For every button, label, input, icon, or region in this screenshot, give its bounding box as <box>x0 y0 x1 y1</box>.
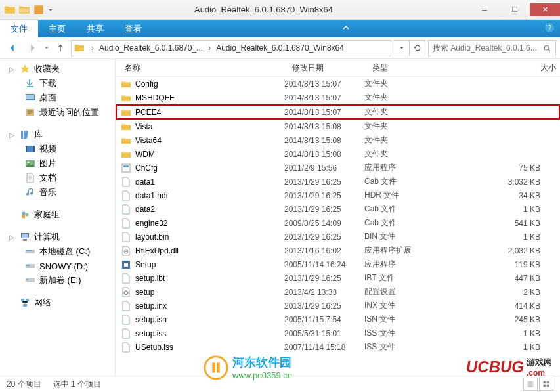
file-row[interactable]: PCEE42014/8/13 15:07文件夹 <box>116 104 560 120</box>
sidebar-item-pictures[interactable]: 图片 <box>0 156 115 171</box>
file-name: WDM <box>135 150 155 159</box>
file-size: 1 KB <box>440 205 560 214</box>
view-details-button[interactable] <box>523 378 538 391</box>
breadcrumb[interactable]: › Audio_Realtek_6.0.1.6870_... › Audio_R… <box>71 40 391 56</box>
file-row[interactable]: data12013/1/29 16:25Cab 文件3,032 KB <box>116 175 560 188</box>
svg-rect-7 <box>26 146 35 152</box>
file-date: 2013/1/16 16:02 <box>284 246 364 255</box>
sidebar-favorites[interactable]: ▷收藏夹 <box>0 62 115 76</box>
file-row[interactable]: Vista642014/8/13 15:08文件夹 <box>116 133 560 147</box>
file-row[interactable]: setup.isn2005/11/15 7:54ISN 文件245 KB <box>116 313 560 326</box>
sidebar-homegroup[interactable]: 家庭组 <box>0 207 115 222</box>
chevron-right-icon[interactable]: › <box>87 43 98 53</box>
breadcrumb-dropdown-button[interactable] <box>394 40 410 56</box>
svg-point-30 <box>125 251 127 252</box>
file-name: Setup <box>135 260 156 269</box>
sidebar-item-videos[interactable]: 视频 <box>0 142 115 156</box>
computer-icon <box>20 232 30 242</box>
file-row[interactable]: Config2014/8/13 15:07文件夹 <box>116 77 560 91</box>
tab-view[interactable]: 查看 <box>114 20 152 37</box>
refresh-button[interactable] <box>410 40 425 56</box>
svg-point-37 <box>205 357 227 379</box>
file-row[interactable]: setup2013/4/2 13:33配置设置2 KB <box>116 285 560 299</box>
file-row[interactable]: ChCfg2011/2/9 15:56应用程序75 KB <box>116 161 560 175</box>
sidebar-computer[interactable]: ▷计算机 <box>0 230 115 244</box>
search-input[interactable]: 搜索 Audio_Realtek_6.0.1.6... <box>428 40 556 56</box>
sidebar-item-drive-e[interactable]: 新加卷 (E:) <box>0 273 115 288</box>
sidebar-item-downloads[interactable]: 下载 <box>0 76 115 91</box>
file-size: 2 KB <box>440 288 560 297</box>
file-row[interactable]: MSHDQFE2014/8/13 15:07文件夹 <box>116 91 560 104</box>
watermark-hedong: 河东软件园 www.pc0359.cn <box>204 355 292 380</box>
tab-share[interactable]: 共享 <box>76 20 114 37</box>
file-type: IBT 文件 <box>364 272 440 284</box>
column-name[interactable]: 名称 <box>121 62 288 74</box>
homegroup-icon <box>20 209 30 220</box>
view-icons-button[interactable] <box>539 378 553 391</box>
column-date[interactable]: 修改日期 <box>288 62 368 74</box>
file-row[interactable]: data1.hdr2013/1/29 16:25HDR 文件34 KB <box>116 188 560 202</box>
file-row[interactable]: setup.inx2013/1/29 16:25INX 文件414 KB <box>116 299 560 313</box>
file-row[interactable]: Setup2005/11/14 16:24应用程序119 KB <box>116 257 560 271</box>
minimize-button[interactable]: ─ <box>469 3 500 16</box>
sidebar-item-drive-c[interactable]: 本地磁盘 (C:) <box>0 244 115 259</box>
dropdown-icon[interactable] <box>47 4 54 16</box>
file-row[interactable]: layout.bin2013/1/29 16:25BIN 文件1 KB <box>116 230 560 244</box>
file-name: layout.bin <box>135 232 169 242</box>
sidebar-item-desktop[interactable]: 桌面 <box>0 91 115 105</box>
up-button[interactable] <box>53 40 68 56</box>
file-type: 文件夹 <box>364 92 440 103</box>
sidebar-item-drive-d[interactable]: SNOWY (D:) <box>0 259 115 273</box>
file-name: Config <box>135 79 158 89</box>
forward-button[interactable] <box>24 39 41 56</box>
document-icon <box>25 173 35 183</box>
file-icon <box>121 342 131 353</box>
file-type: 文件夹 <box>364 135 440 146</box>
sidebar-libraries[interactable]: ▷库 <box>0 127 115 142</box>
file-row[interactable]: Vista2014/8/13 15:08文件夹 <box>116 120 560 133</box>
navigation-pane: ▷收藏夹 下载 桌面 最近访问的位置 ▷库 视频 图片 文档 音乐 家庭组 ▷计… <box>0 59 116 376</box>
file-type: 应用程序 <box>364 162 440 173</box>
maximize-button[interactable]: ☐ <box>500 3 530 16</box>
sidebar-network[interactable]: 网络 <box>0 295 115 310</box>
file-size: 2,032 KB <box>440 246 560 255</box>
sidebar-item-music[interactable]: 音乐 <box>0 185 115 200</box>
help-icon[interactable]: ? <box>544 22 555 35</box>
file-name: data1 <box>135 177 155 186</box>
sidebar-item-documents[interactable]: 文档 <box>0 171 115 185</box>
folder-icon <box>4 4 16 16</box>
breadcrumb-seg-2[interactable]: Audio_Realtek_6.0.1.6870_Win8x64 <box>215 43 345 53</box>
svg-rect-28 <box>123 165 129 167</box>
file-row[interactable]: USetup.iss2007/11/14 15:18ISS 文件1 KB <box>116 340 560 354</box>
file-size: 75 KB <box>440 163 560 173</box>
svg-rect-9 <box>33 146 35 152</box>
file-row[interactable]: engine322009/8/25 14:09Cab 文件541 KB <box>116 216 560 230</box>
column-size[interactable]: 大小 <box>444 62 560 74</box>
file-date: 2009/8/25 14:09 <box>284 219 364 228</box>
logo-icon <box>204 355 228 380</box>
file-date: 2014/8/13 15:07 <box>284 93 364 102</box>
close-button[interactable]: ✕ <box>530 3 560 16</box>
chevron-right-icon[interactable]: › <box>204 43 215 53</box>
file-size: 1 KB <box>440 329 560 338</box>
file-row[interactable]: setup.iss2005/5/31 15:01ISS 文件1 KB <box>116 326 560 340</box>
file-date: 2013/1/29 16:25 <box>284 177 364 186</box>
tab-file[interactable]: 文件 <box>0 20 38 37</box>
file-size: 34 KB <box>440 191 560 200</box>
file-row[interactable]: WDM2014/8/13 15:08文件夹 <box>116 147 560 161</box>
file-name: data1.hdr <box>135 191 169 200</box>
history-dropdown-icon[interactable] <box>43 45 50 51</box>
ribbon-expand-icon[interactable] <box>341 22 351 35</box>
back-button[interactable] <box>4 39 21 56</box>
breadcrumb-seg-1[interactable]: Audio_Realtek_6.0.1.6870_... <box>98 43 204 53</box>
file-row[interactable]: setup.ibt2013/1/29 16:25IBT 文件447 KB <box>116 271 560 285</box>
file-row[interactable]: RtlExUpd.dll2013/1/16 16:02应用程序扩展2,032 K… <box>116 244 560 257</box>
search-placeholder: 搜索 Audio_Realtek_6.0.1.6... <box>433 43 543 54</box>
svg-rect-17 <box>23 239 27 241</box>
sidebar-item-recent[interactable]: 最近访问的位置 <box>0 105 115 120</box>
column-type[interactable]: 类型 <box>368 62 444 74</box>
file-row[interactable]: data22013/1/29 16:25Cab 文件1 KB <box>116 202 560 216</box>
tab-home[interactable]: 主页 <box>38 20 76 37</box>
file-date: 2013/1/29 16:25 <box>284 274 364 283</box>
file-size: 245 KB <box>440 315 560 324</box>
